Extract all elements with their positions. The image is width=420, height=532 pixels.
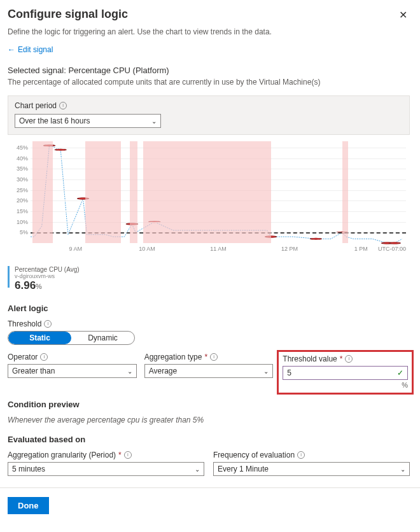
chevron-down-icon: ⌄: [127, 368, 132, 375]
operator-value: Greater than: [12, 367, 55, 375]
granularity-label: Aggregation granularity (Period): [8, 451, 116, 459]
threshold-mode-dynamic[interactable]: Dynamic: [71, 332, 134, 344]
edit-signal-label: Edit signal: [18, 45, 53, 54]
summary-unit: %: [36, 283, 42, 290]
threshold-mode-static[interactable]: Static: [8, 332, 71, 344]
svg-point-6: [311, 238, 321, 240]
condition-preview-heading: Condition preview: [8, 400, 410, 409]
x-tick: 10 AM: [139, 246, 155, 252]
summary-subtitle: v-dgirouxvm-ws: [15, 273, 80, 279]
chart-summary: Percentage CPU (Avg) v-dgirouxvm-ws 6.96…: [8, 266, 410, 292]
frequency-label: Frequency of evaluation: [213, 451, 295, 459]
chevron-down-icon: ⌄: [263, 368, 269, 375]
frequency-value: Every 1 Minute: [218, 465, 269, 473]
evaluated-heading: Evaluated based on: [8, 435, 410, 444]
chart-period-value: Over the last 6 hours: [19, 116, 90, 125]
required-icon: *: [204, 353, 207, 361]
y-tick: 45%: [17, 144, 28, 151]
summary-label: Percentage CPU (Avg): [15, 266, 80, 273]
threshold-value-text: 5: [287, 368, 291, 377]
threshold-value-label: Threshold value: [283, 354, 337, 363]
operator-label: Operator: [8, 353, 38, 361]
summary-value: 6.96: [15, 279, 36, 291]
threshold-value-unit: %: [283, 381, 408, 389]
granularity-value: 5 minutes: [12, 465, 45, 473]
operator-dropdown[interactable]: Greater than ⌄: [8, 364, 137, 378]
done-button[interactable]: Done: [8, 497, 49, 514]
chart-period-dropdown[interactable]: Over the last 6 hours ⌄: [15, 114, 161, 128]
y-tick: 10%: [17, 219, 28, 225]
y-tick: 15%: [17, 208, 28, 214]
x-tick: 9 AM: [69, 246, 83, 252]
check-icon: ✓: [397, 368, 403, 377]
x-tick: 11 AM: [210, 246, 227, 252]
threshold-value-highlight: Threshold value * i 5 ✓ %: [277, 350, 414, 395]
selected-signal: Selected signal: Percentage CPU (Platfor…: [8, 66, 410, 75]
y-tick: 5%: [20, 229, 28, 235]
granularity-dropdown[interactable]: 5 minutes ⌄: [8, 462, 204, 476]
x-tick: 12 PM: [281, 246, 298, 252]
threshold-value-input[interactable]: 5 ✓: [283, 366, 408, 380]
x-tick: 1 PM: [354, 246, 368, 252]
edit-signal-link[interactable]: ← Edit signal: [8, 45, 410, 54]
info-icon[interactable]: i: [59, 102, 67, 109]
y-tick: 40%: [17, 155, 28, 162]
y-tick: 25%: [17, 187, 28, 193]
page-title: Configure signal logic: [8, 8, 128, 21]
aggregation-type-value: Average: [149, 367, 177, 375]
arrow-left-icon: ←: [8, 45, 15, 54]
aggregation-type-label: Aggregation type: [144, 353, 202, 361]
info-icon[interactable]: i: [210, 353, 218, 361]
chevron-down-icon: ⌄: [195, 466, 200, 473]
info-icon[interactable]: i: [40, 353, 48, 361]
series-color-indicator: [8, 266, 10, 288]
info-icon[interactable]: i: [44, 320, 52, 328]
chart-period-panel: Chart period i Over the last 6 hours ⌄: [8, 95, 410, 135]
chevron-down-icon: ⌄: [151, 118, 157, 125]
close-icon[interactable]: ✕: [396, 8, 410, 22]
info-icon[interactable]: i: [124, 451, 132, 459]
info-icon[interactable]: i: [345, 355, 353, 363]
required-icon: *: [118, 451, 122, 459]
page-description: Define the logic for triggering an alert…: [8, 27, 410, 36]
svg-point-1: [55, 149, 66, 151]
y-tick: 30%: [17, 176, 28, 183]
aggregation-type-dropdown[interactable]: Average ⌄: [144, 364, 274, 378]
chart-timezone: UTC-07:00: [378, 246, 406, 252]
frequency-dropdown[interactable]: Every 1 Minute ⌄: [213, 462, 410, 476]
signal-chart: 5%10%15%20%25%30%35%40%45% UTC-07:00 9 A…: [8, 141, 410, 262]
y-tick: 35%: [17, 165, 28, 172]
alert-logic-heading: Alert logic: [8, 304, 410, 313]
info-icon[interactable]: i: [297, 451, 305, 459]
chart-period-label: Chart period: [15, 101, 57, 110]
threshold-label: Threshold: [8, 319, 41, 328]
selected-signal-description: The percentage of allocated compute unit…: [8, 78, 410, 87]
threshold-mode-toggle[interactable]: Static Dynamic: [8, 331, 135, 345]
chevron-down-icon: ⌄: [400, 466, 405, 473]
y-tick: 20%: [17, 197, 28, 204]
condition-preview-text: Whenever the average percentage cpu is g…: [8, 416, 410, 424]
footer-separator: [0, 487, 420, 488]
required-icon: *: [340, 354, 343, 363]
